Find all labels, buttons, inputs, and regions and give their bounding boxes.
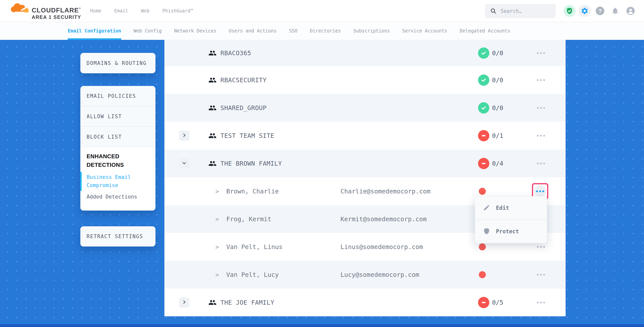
group-people-icon <box>208 159 216 168</box>
menu-item-label: Protect <box>496 228 519 235</box>
footer-strip <box>0 324 644 327</box>
tab-delegated-accounts[interactable]: Delegated Accounts <box>460 22 510 40</box>
member-name: Frog, Kermit <box>226 215 271 223</box>
app-root: CLOUDFLARE® AREA 1 SECURITY HomeEmailWeb… <box>0 0 644 327</box>
user-avatar-icon[interactable] <box>626 6 635 15</box>
group-name: SHARED_GROUP <box>220 104 266 112</box>
tab-web-config[interactable]: Web Config <box>134 22 162 40</box>
protection-count: 0/0 <box>492 49 503 57</box>
group-people-icon <box>208 299 216 307</box>
protection-count: 0/0 <box>492 76 503 84</box>
active-indicator-bar <box>80 172 82 191</box>
search-input[interactable] <box>500 8 550 14</box>
member-email: Charlie@somedemocorp.com <box>340 188 430 195</box>
sidebar-item-allow-list[interactable]: ALLOW LIST <box>80 106 156 126</box>
group-people-icon <box>208 76 216 84</box>
tab-sso[interactable]: SSO <box>289 22 297 40</box>
enhanced-detections-section: ENHANCED DETECTIONS Business Email Compr… <box>80 147 156 211</box>
menu-item-edit[interactable]: Edit <box>475 196 547 220</box>
member-email: Linus@somedemocorp.com <box>340 243 423 251</box>
ellipsis-icon <box>537 107 545 109</box>
expand-group-button[interactable] <box>179 298 189 308</box>
group-name: THE JOE FAMILY <box>220 299 274 306</box>
nav-web[interactable]: Web <box>141 8 150 13</box>
sidebar-item-domains-routing[interactable]: DOMAINS & ROUTING <box>80 53 156 73</box>
row-menu-button[interactable] <box>535 299 547 306</box>
status-dot <box>479 271 486 278</box>
row-menu-button[interactable] <box>535 160 547 167</box>
search-icon <box>490 8 497 14</box>
menu-item-protect[interactable]: Protect <box>475 220 547 243</box>
sidebar-item-block-list[interactable]: BLOCK LIST <box>80 126 156 147</box>
group-people-icon <box>208 104 216 112</box>
ellipsis-icon <box>537 274 545 276</box>
sidebar-card-domains: DOMAINS & ROUTING <box>80 53 156 73</box>
chevron-right-icon <box>182 300 186 305</box>
groups-table: RBACO3650/0RBACSECURITY0/0SHARED_GROUP0/… <box>164 40 566 316</box>
top-header: CLOUDFLARE® AREA 1 SECURITY HomeEmailWeb… <box>0 0 644 22</box>
group-name: RBACO365 <box>220 49 251 57</box>
group-row: RBACSECURITY0/0 <box>164 66 566 94</box>
protection-count: 0/1 <box>492 132 503 139</box>
row-menu-button[interactable] <box>535 50 547 56</box>
row-menu-button[interactable] <box>535 77 547 83</box>
tab-subscriptions[interactable]: Subscriptions <box>353 22 390 40</box>
row-menu-button[interactable] <box>535 132 547 139</box>
ellipsis-icon <box>537 52 545 54</box>
notifications-bell-icon[interactable] <box>611 6 620 15</box>
tab-users-and-actions[interactable]: Users and Actions <box>229 22 277 40</box>
member-caret: > <box>216 243 219 250</box>
status-dot <box>479 243 486 250</box>
status-badge <box>478 74 489 86</box>
shield-check-icon[interactable] <box>564 5 576 17</box>
row-menu-button[interactable] <box>535 105 547 111</box>
expand-group-button[interactable] <box>179 131 189 141</box>
group-row: RBACO3650/0 <box>164 40 566 66</box>
search-box[interactable] <box>485 4 556 18</box>
secondary-nav: Email ConfigurationWeb ConfigNetwork Dev… <box>0 22 644 40</box>
menu-item-label: Edit <box>496 205 509 211</box>
collapse-group-button[interactable] <box>179 158 189 169</box>
member-row: >Van Pelt, LucyLucy@somedemocorp.com <box>164 261 566 289</box>
group-row: THE JOE FAMILY0/5 <box>164 289 566 316</box>
tab-service-accounts[interactable]: Service Accounts <box>402 22 447 40</box>
group-name: RBACSECURITY <box>220 76 266 84</box>
tab-network-devices[interactable]: Network Devices <box>174 22 216 40</box>
row-menu-button[interactable] <box>535 244 547 250</box>
ellipsis-icon <box>534 185 546 197</box>
logo-product: AREA 1 SECURITY <box>32 15 81 20</box>
nav-home[interactable]: Home <box>90 8 101 13</box>
status-badge <box>478 297 489 308</box>
member-caret: > <box>216 188 219 195</box>
logo-brand: CLOUDFLARE® <box>32 7 81 13</box>
tab-directories[interactable]: Directories <box>310 22 341 40</box>
registered-mark: ® <box>79 7 81 10</box>
sidebar-card-retract: RETRACT SETTINGS <box>80 226 156 247</box>
cloudflare-logo: CLOUDFLARE® AREA 1 SECURITY <box>9 1 81 20</box>
status-badge <box>478 130 489 141</box>
sidebar-item-email-policies[interactable]: EMAIL POLICIES <box>80 86 156 106</box>
row-menu-button[interactable] <box>535 271 547 278</box>
main-nav: HomeEmailWebPhishGuard™ <box>90 0 193 22</box>
pencil-icon <box>483 204 490 212</box>
member-name: Van Pelt, Lucy <box>226 271 279 278</box>
help-icon[interactable]: ? <box>595 6 605 15</box>
sidebar-link-business-email-compromise[interactable]: Business Email Compromise <box>86 173 135 189</box>
group-row: THE BROWN FAMILY0/4 <box>164 149 566 177</box>
enhanced-detections-title[interactable]: ENHANCED DETECTIONS <box>86 152 137 169</box>
header-icon-cluster: ? <box>564 0 635 22</box>
member-caret: > <box>216 271 219 278</box>
nav-email[interactable]: Email <box>114 8 128 13</box>
group-row: SHARED_GROUP0/0 <box>164 94 566 122</box>
chevron-right-icon <box>182 133 186 138</box>
protection-count: 0/4 <box>492 160 503 167</box>
ellipsis-icon <box>537 302 545 303</box>
ellipsis-icon <box>537 163 545 164</box>
settings-gear-icon[interactable] <box>579 5 591 17</box>
tab-email-configuration[interactable]: Email Configuration <box>68 22 121 40</box>
nav-phishguard[interactable]: PhishGuard™ <box>162 8 193 13</box>
sidebar-item-retract-settings[interactable]: RETRACT SETTINGS <box>80 226 156 247</box>
status-badge <box>478 102 489 113</box>
svg-text:?: ? <box>598 8 602 14</box>
sidebar-link-added-detections[interactable]: Added Detections <box>86 194 149 200</box>
